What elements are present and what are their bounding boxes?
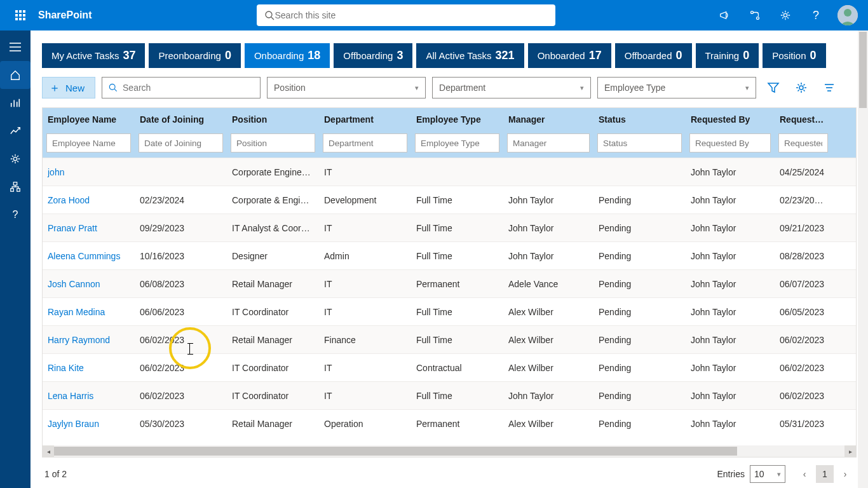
table-row[interactable]: Rina Kite06/02/2023IT CoordinatorITContr… (43, 353, 856, 381)
department-filter[interactable]: Department ▾ (432, 77, 591, 98)
cell-status: Pending (593, 355, 686, 381)
prev-page-button[interactable]: ‹ (796, 465, 813, 483)
table-row[interactable]: Zora Hood02/23/2024Corporate & Engin…Dev… (43, 186, 856, 214)
column-filter-input[interactable] (139, 133, 223, 152)
column-filter-input[interactable] (415, 133, 499, 152)
employee-link[interactable]: Rayan Medina (48, 307, 105, 317)
sort-button[interactable] (818, 77, 840, 98)
tab-offboarding[interactable]: Offboarding3 (334, 43, 412, 68)
entries-dropdown[interactable]: 10 ▾ (750, 465, 785, 483)
column-filter-input[interactable] (689, 133, 771, 152)
tab-onboarding[interactable]: Onboarding18 (245, 43, 330, 68)
employee-link[interactable]: Rina Kite (48, 363, 84, 373)
employee-link[interactable]: Zora Hood (48, 195, 90, 205)
scrollbar-thumb[interactable] (54, 447, 737, 456)
sidebar-analytics[interactable] (0, 117, 31, 145)
column-header[interactable]: Date of Joining (135, 108, 227, 131)
cell-position: Corporate Enginee… (227, 159, 319, 185)
table-row[interactable]: Josh Cannon06/08/2023Retail ManagerITPer… (43, 269, 856, 297)
employee-type-filter[interactable]: Employee Type ▾ (597, 77, 756, 98)
cell-status: Pending (593, 187, 686, 213)
svg-point-10 (13, 157, 17, 160)
help-button[interactable]: ? (802, 0, 830, 30)
tab-all-active-tasks[interactable]: All Active Tasks321 (416, 43, 524, 68)
horizontal-scrollbar[interactable]: ◂ ▸ (43, 445, 856, 457)
column-header[interactable]: Employee Name (43, 108, 135, 131)
toolbar: ＋ New Position ▾ Department ▾ Employee T… (42, 77, 857, 98)
table-row[interactable]: Lena Harris06/02/2023IT CoordinatorITFul… (43, 381, 856, 409)
view-settings-button[interactable] (790, 77, 812, 98)
column-filter-input[interactable] (597, 133, 682, 152)
column-filter-input[interactable] (507, 133, 590, 152)
scrollbar-thumb[interactable] (859, 32, 867, 108)
column-header[interactable]: Requested By (686, 108, 775, 131)
entries-label: Entries (717, 469, 745, 479)
column-header[interactable]: Requested D (775, 108, 832, 131)
flow-button[interactable] (741, 0, 769, 30)
employee-link[interactable]: Lena Harris (48, 391, 93, 401)
sidebar-org[interactable] (0, 173, 31, 201)
cell-dept: IT (319, 299, 411, 325)
employee-link[interactable]: Jaylyn Braun (48, 419, 99, 429)
tab-label: Onboarded (538, 50, 585, 61)
sidebar-settings[interactable] (0, 145, 31, 173)
megaphone-button[interactable] (710, 0, 738, 30)
column-filter-input[interactable] (778, 133, 828, 152)
cell-doj: 06/02/2023 (135, 383, 227, 409)
table-row[interactable]: Harry Raymond06/02/2023Retail ManagerFin… (43, 325, 856, 353)
app-launcher-button[interactable] (5, 0, 36, 30)
question-icon: ? (813, 9, 819, 22)
tab-onboarded[interactable]: Onboarded17 (528, 43, 611, 68)
vertical-scrollbar[interactable] (858, 30, 868, 488)
employee-link[interactable]: Josh Cannon (48, 279, 100, 289)
global-search-input[interactable] (275, 10, 548, 20)
settings-button[interactable] (771, 0, 799, 30)
position-filter[interactable]: Position ▾ (267, 77, 426, 98)
cell-reqd: 05/31/2023 (775, 411, 832, 437)
new-button[interactable]: ＋ New (42, 77, 95, 98)
list-search[interactable] (102, 77, 261, 98)
sidebar-help[interactable]: ? (0, 201, 31, 229)
column-filter-input[interactable] (323, 133, 407, 152)
table-row[interactable]: Pranav Pratt09/29/2023IT Analyst & Coord… (43, 214, 856, 241)
tab-count: 3 (397, 49, 403, 62)
employee-link[interactable]: Aleena Cummings (48, 251, 120, 261)
column-filter-cell (775, 133, 832, 152)
cell-reqd: 06/05/2023 (775, 299, 832, 325)
column-filter-input[interactable] (231, 133, 315, 152)
table-row[interactable]: Jaylyn Braun05/30/2023Retail ManagerOper… (43, 409, 856, 437)
table-row[interactable]: johnCorporate Enginee…ITJohn Taylor04/25… (43, 158, 856, 186)
employee-link[interactable]: Pranav Pratt (48, 223, 97, 233)
cell-dept: Operation (319, 411, 411, 437)
employee-link[interactable]: Harry Raymond (48, 335, 110, 345)
user-avatar[interactable] (837, 5, 858, 25)
scroll-right-arrow[interactable]: ▸ (844, 445, 856, 457)
column-header[interactable]: Position (227, 108, 319, 131)
tab-my-active-tasks[interactable]: My Active Tasks37 (42, 43, 145, 68)
next-page-button[interactable]: › (836, 465, 854, 483)
column-header[interactable]: Status (593, 108, 686, 131)
filter-button[interactable] (763, 77, 784, 98)
page-number-1[interactable]: 1 (816, 465, 834, 483)
tab-preonboarding[interactable]: Preonboarding0 (149, 43, 240, 68)
employee-link[interactable]: john (48, 167, 64, 177)
scroll-left-arrow[interactable]: ◂ (43, 445, 54, 457)
sidebar-reports[interactable] (0, 89, 31, 117)
list-search-input[interactable] (123, 83, 254, 93)
sidebar-hamburger[interactable] (0, 33, 31, 61)
tab-label: All Active Tasks (426, 50, 491, 61)
table-row[interactable]: Rayan Medina06/06/2023IT CoordinatorITFu… (43, 297, 856, 325)
svg-point-0 (266, 11, 272, 18)
gear-icon (795, 81, 808, 94)
global-search[interactable] (257, 4, 555, 26)
tab-training[interactable]: Training0 (696, 43, 759, 68)
column-header[interactable]: Manager (503, 108, 593, 131)
column-filter-input[interactable] (46, 133, 131, 152)
sidebar-home[interactable] (0, 61, 31, 89)
table-row[interactable]: Aleena Cummings10/16/2023DesignerAdminFu… (43, 241, 856, 269)
column-header[interactable]: Employee Type (411, 108, 503, 131)
tab-offboarded[interactable]: Offboarded0 (615, 43, 692, 68)
tab-position[interactable]: Position0 (763, 43, 825, 68)
department-filter-label: Department (439, 83, 485, 93)
column-header[interactable]: Department (319, 108, 411, 131)
